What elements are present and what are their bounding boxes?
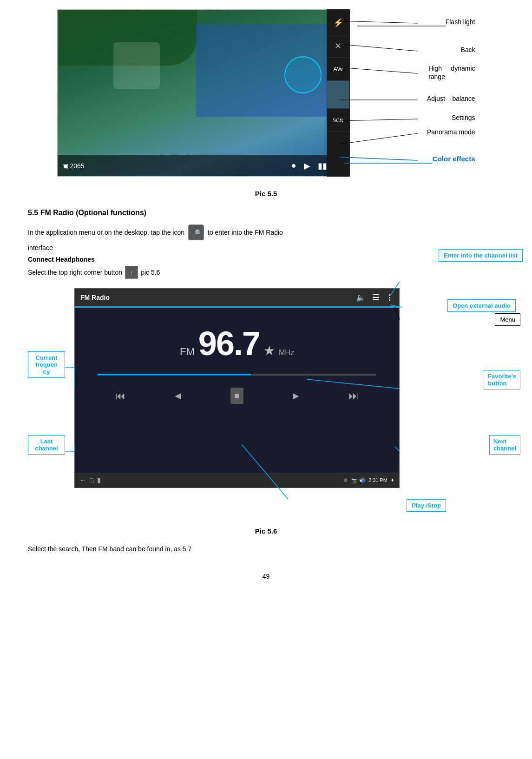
- stop-icon[interactable]: ■: [230, 388, 243, 404]
- panorama-label: Panorama mode: [427, 128, 475, 136]
- section-heading: 5.5 FM Radio (Optional functions): [28, 209, 504, 217]
- footer-search-text: Select the search, Then FM band can be f…: [28, 544, 504, 554]
- flash-light-annotation: Flash light: [446, 18, 475, 26]
- svg-line-6: [340, 119, 418, 121]
- panorama-annotation: Panorama mode: [427, 128, 475, 136]
- signal-icon: ✈: [390, 477, 394, 483]
- recents-icon[interactable]: ▮: [97, 476, 101, 484]
- status-icons: 📷 📬: [351, 477, 366, 483]
- svg-line-7: [340, 133, 418, 144]
- open-external-box: Open external audio: [447, 299, 516, 312]
- grid-icon: ⁝: [125, 266, 138, 279]
- high-range-annotation: High dynamic range: [428, 64, 475, 81]
- fm-app-icon: 🔎: [188, 224, 204, 240]
- fm-title-bar: FM Radio 🔈 ☰ ⋮: [75, 289, 399, 306]
- enter-channel-box: Enter into the channel list: [439, 249, 523, 262]
- select-text: Select the top right corner button: [28, 269, 122, 276]
- thumbnails-area: [327, 81, 349, 109]
- range-label: range: [428, 73, 445, 80]
- camera-section: ▣ 2065 ● ▶ ▮▮ 📷 SCN AW ⚡ ✕ AW SCN Flash …: [57, 9, 475, 186]
- skip-back-icon[interactable]: ⏮: [115, 390, 125, 402]
- fm-star: ★: [263, 343, 275, 358]
- pic56-caption: Pic 5.6: [28, 527, 504, 535]
- fm-intro-line1: In the application menu or on the deskto…: [28, 224, 504, 240]
- flash-light-label: Flash light: [446, 18, 475, 26]
- settings-label: Settings: [452, 114, 475, 121]
- close-icon[interactable]: ✕: [327, 34, 349, 58]
- fm-mhz: MHz: [279, 349, 294, 357]
- favorites-box: Favorite'sbutton: [484, 370, 520, 389]
- settings-status-icon: ⛭: [343, 477, 348, 483]
- back-label: Back: [460, 46, 475, 53]
- fm-intro-line2: interface: [28, 243, 504, 253]
- fm-status-bar: ← □ ▮ ⛭ 📷 📬 2:31 PM ✈: [75, 473, 399, 488]
- color-effects-line: [340, 158, 433, 168]
- fm-controls: ⏮ ◄ ■ ► ⏭: [82, 379, 392, 412]
- skip-forward-icon[interactable]: ⏭: [348, 390, 359, 402]
- camera-screenshot: ▣ 2065 ● ▶ ▮▮ 📷 SCN AW: [57, 9, 350, 177]
- flash-icon[interactable]: ⚡: [327, 11, 349, 34]
- back-nav-icon[interactable]: ←: [79, 476, 86, 484]
- fm-screenshot: FM Radio 🔈 ☰ ⋮ FM 96.7 ★ MHz: [74, 288, 400, 488]
- fm-main-content: FM 96.7 ★ MHz ⏮ ◄ ■ ► ⏭: [75, 308, 399, 420]
- connect-headphones: Connect Headphones: [28, 256, 504, 263]
- aw-icon[interactable]: AW: [327, 58, 349, 81]
- high-dynamic-label: High dynamic: [428, 65, 475, 72]
- color-effects-label: Color effects: [433, 155, 475, 163]
- status-time: 2:31 PM: [368, 477, 388, 483]
- settings-annotation: Settings: [452, 113, 475, 122]
- last-channel-box: Lastchannel: [28, 435, 65, 455]
- svg-line-4: [340, 67, 418, 73]
- more-icon[interactable]: ⋮: [386, 293, 394, 303]
- prev-icon[interactable]: ◄: [173, 390, 183, 402]
- fm-frequency: 96.7: [198, 324, 260, 363]
- back-annotation: Back: [460, 46, 475, 54]
- adjust-balance-annotation: Adjust balance: [427, 94, 475, 103]
- pic-ref: pic 5.6: [141, 269, 160, 276]
- fm-app-name: FM Radio: [80, 294, 110, 301]
- fm-intro-block: In the application menu or on the deskto…: [28, 224, 504, 263]
- svg-line-3: [340, 44, 418, 51]
- speaker-icon[interactable]: 🔈: [356, 293, 366, 303]
- fm-title-icons: 🔈 ☰ ⋮: [356, 293, 394, 303]
- play-stop-box: Play /Stop: [407, 499, 446, 512]
- adjust-balance-label: Adjust balance: [427, 95, 475, 102]
- pic55-caption: Pic 5.5: [57, 190, 475, 198]
- list-icon[interactable]: ☰: [372, 293, 379, 303]
- menu-box: Menu: [495, 313, 520, 326]
- fm-freq-display: FM 96.7 ★ MHz: [180, 324, 294, 363]
- frame-counter: ▣ 2065: [62, 162, 85, 170]
- current-freq-box: Currentfrequency: [28, 351, 65, 378]
- next-channel-box: Nextchannel: [489, 435, 520, 455]
- home-icon[interactable]: □: [90, 476, 93, 484]
- fm-select-row: Select the top right corner button ⁝ pic…: [28, 266, 504, 279]
- fm-label: FM: [180, 346, 195, 358]
- page-number: 49: [28, 573, 504, 580]
- next-icon[interactable]: ►: [291, 390, 301, 402]
- flash-line: [353, 21, 446, 31]
- camera-side-panel: ⚡ ✕ AW SCN: [327, 9, 350, 177]
- color-effects-annotation: Color effects: [433, 155, 475, 163]
- fm-screenshot-section: Currentfrequency Lastchannel FM Radio 🔈 …: [28, 282, 520, 523]
- scn-icon[interactable]: SCN: [327, 109, 349, 132]
